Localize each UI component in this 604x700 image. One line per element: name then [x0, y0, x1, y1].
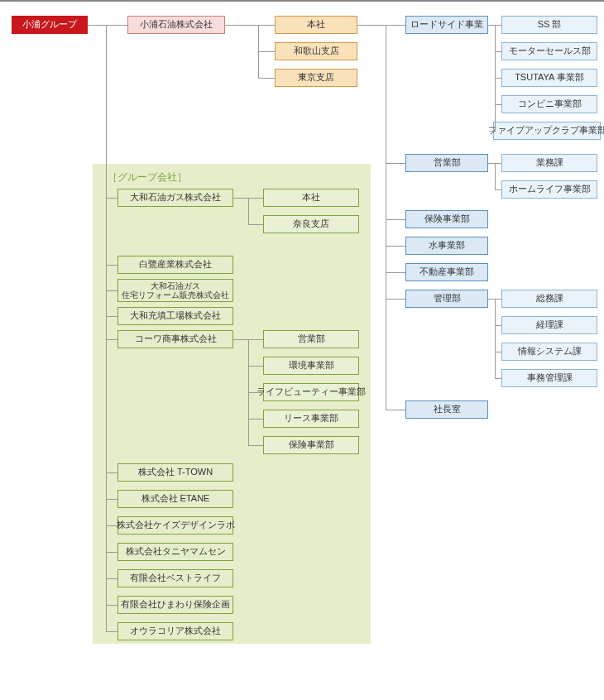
node-office-1: 和歌山支店 [275, 42, 357, 60]
connector [106, 631, 117, 632]
connector [495, 104, 501, 105]
node-div-hoken: 保険事業部 [405, 210, 488, 228]
connector [248, 198, 249, 224]
node-div-mizu: 水事業部 [405, 237, 488, 255]
connector [495, 78, 501, 79]
connector [495, 189, 501, 190]
connector [106, 472, 117, 473]
connector [88, 25, 127, 26]
connector [386, 246, 405, 247]
connector [386, 272, 405, 273]
connector [106, 339, 117, 340]
connector [495, 163, 496, 189]
connector [495, 299, 496, 378]
node-group-3: 大和充填工場株式会社 [117, 307, 233, 325]
node-roadside-child-3: コンビニ事業部 [501, 95, 597, 113]
node-kowa-child-0: 営業部 [263, 330, 359, 348]
connector [489, 131, 496, 132]
connector [248, 445, 263, 446]
connector [495, 378, 501, 379]
node-group-5: 株式会社 T-TOWN [117, 463, 233, 482]
node-daiwa-child-1: 奈良支店 [263, 215, 359, 233]
node-kowa-child-4: 保険事業部 [263, 436, 359, 454]
connector [106, 316, 117, 317]
node-group-8: 株式会社タニヤマムセン [117, 543, 233, 561]
node-div-shacho: 社長室 [405, 400, 488, 419]
node-div-fudosan: 不動産事業部 [405, 263, 488, 281]
node-div-kanri: 管理部 [405, 290, 488, 308]
connector [386, 219, 405, 220]
connector [106, 525, 117, 526]
node-daiwa-child-0: 本社 [263, 189, 359, 207]
connector [248, 392, 263, 393]
connector [106, 605, 117, 606]
node-group-9: 有限会社ベストライフ [117, 569, 233, 587]
connector [248, 224, 263, 225]
node-eigyo-child-0: 業務課 [501, 154, 597, 172]
node-kanri-child-3: 事務管理課 [501, 369, 597, 387]
connector [106, 499, 117, 500]
group-companies-title: ［グループ会社］ [108, 170, 187, 185]
connector [386, 163, 405, 164]
connector [357, 25, 405, 26]
node-group-6: 株式会社 ETANE [117, 490, 233, 508]
node-office-2: 東京支店 [275, 69, 357, 87]
node-group-10: 有限会社ひまわり保険企画 [117, 596, 233, 614]
connector [106, 552, 117, 553]
connector [495, 51, 501, 52]
connector [258, 51, 275, 52]
node-company: 小浦石油株式会社 [127, 16, 225, 34]
node-root: 小浦グループ [12, 16, 88, 34]
node-kanri-child-0: 総務課 [501, 290, 597, 308]
node-div-roadside: ロードサイド事業 [405, 16, 488, 34]
node-kowa-child-3: リース事業部 [263, 410, 359, 428]
node-group-11: オウラコリア株式会社 [117, 622, 233, 640]
node-group-0: 大和石油ガス株式会社 [117, 189, 233, 207]
org-chart: ［グループ会社］ 小浦グループ 小浦石油株式会社 本社 和歌山支店 東京支店 ロ… [0, 0, 604, 700]
node-roadside-child-4: ファイブアップクラブ事業部 [493, 122, 601, 140]
connector [258, 78, 275, 79]
connector [248, 366, 263, 367]
node-div-eigyo: 営業部 [405, 154, 488, 172]
node-group-4: コーワ商事株式会社 [117, 330, 233, 348]
node-roadside-child-2: TSUTAYA 事業部 [501, 69, 597, 87]
node-roadside-child-1: モーターセールス部 [501, 42, 597, 60]
connector [495, 352, 501, 352]
node-group-2-line1: 大和石油ガス住宅リフォーム販売株式会社 [122, 281, 229, 300]
connector [495, 325, 501, 326]
node-kanri-child-1: 経理課 [501, 316, 597, 334]
connector [248, 419, 263, 420]
node-kanri-child-2: 情報システム課 [501, 343, 597, 361]
connector [386, 410, 405, 410]
connector [386, 299, 405, 300]
connector [106, 578, 117, 579]
connector [225, 25, 275, 26]
node-kowa-child-2: ライフビューティー事業部 [263, 383, 359, 401]
connector [106, 290, 117, 291]
node-group-2: 大和石油ガス住宅リフォーム販売株式会社 [117, 279, 233, 302]
connector [106, 25, 107, 631]
connector [386, 25, 386, 410]
connector [106, 265, 117, 266]
connector [106, 198, 117, 199]
node-kowa-child-1: 環境事業部 [263, 357, 359, 375]
node-group-1: 白鷺産業株式会社 [117, 256, 233, 274]
node-eigyo-child-1: ホームライフ事業部 [501, 180, 597, 199]
node-group-7: 株式会社ケイズデザインラボ [117, 516, 233, 535]
node-roadside-child-0: SS 部 [501, 16, 597, 34]
node-office-0: 本社 [275, 16, 357, 34]
